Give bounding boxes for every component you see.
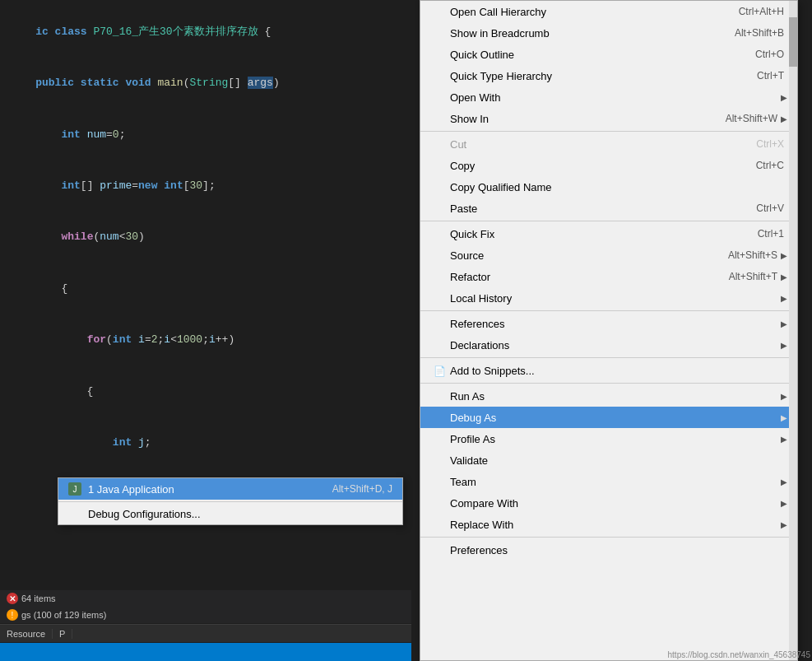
menu-item-replace-with[interactable]: Replace With ▶ <box>420 514 797 535</box>
java-application-shortcut: Alt+Shift+D, J <box>332 483 392 495</box>
java-application-label: 1 Java Application <box>88 483 326 496</box>
menu-item-quick-outline[interactable]: Quick Outline Ctrl+O <box>420 44 797 65</box>
menu-item-declarations[interactable]: Declarations ▶ <box>420 334 797 356</box>
menu-item-local-history[interactable]: Local History ▶ <box>420 287 797 309</box>
scrollbar-thumb[interactable] <box>789 17 797 67</box>
show-in-breadcrumb-shortcut: Alt+Shift+B <box>735 27 784 39</box>
warnings-row: ! gs (100 of 129 items) <box>0 607 411 623</box>
menu-item-open-call-hierarchy[interactable]: Open Call Hierarchy Ctrl+Alt+H <box>420 1 797 22</box>
error-icon: ✕ <box>7 593 18 604</box>
code-editor[interactable]: ic class P70_16_产生30个素数并排序存放 { public st… <box>0 0 411 486</box>
menu-item-paste[interactable]: Paste Ctrl+V <box>420 198 797 219</box>
items-count-row: ✕ 64 items <box>0 590 411 607</box>
add-to-snippets-label: Add to Snippets... <box>450 365 787 377</box>
source-shortcut: Alt+Shift+S <box>728 249 777 261</box>
replace-with-label: Replace With <box>450 519 781 531</box>
context-menu: Open Call Hierarchy Ctrl+Alt+H Show in B… <box>420 0 798 661</box>
declarations-arrow-icon: ▶ <box>781 341 787 350</box>
menu-item-validate[interactable]: Validate <box>420 449 797 471</box>
watermark: https://blog.csdn.net/wanxin_45638745 <box>668 650 810 659</box>
paste-shortcut: Ctrl+V <box>756 202 784 214</box>
show-in-label: Show In <box>450 113 726 125</box>
references-label: References <box>450 318 781 330</box>
code-line-3: int num=0; <box>10 109 401 161</box>
team-arrow-icon: ▶ <box>781 477 787 486</box>
items-count-label: 64 items <box>21 594 56 603</box>
menu-item-show-in-breadcrumb[interactable]: Show in Breadcrumb Alt+Shift+B <box>420 22 797 44</box>
quick-type-hierarchy-label: Quick Type Hierarchy <box>450 70 757 82</box>
menu-item-copy[interactable]: Copy Ctrl+C <box>420 155 797 176</box>
submenu-item-debug-configurations[interactable]: Debug Configurations... <box>58 504 402 524</box>
menu-item-preferences[interactable]: Preferences <box>420 539 797 561</box>
warnings-label: gs (100 of 129 items) <box>21 610 106 620</box>
snippets-icon: 📄 <box>434 365 450 377</box>
debug-as-label: Debug As <box>450 412 781 424</box>
cut-label: Cut <box>450 138 756 151</box>
run-as-label: Run As <box>450 390 781 403</box>
declarations-label: Declarations <box>450 339 781 351</box>
menu-divider-2 <box>420 221 797 221</box>
debug-as-submenu: J 1 Java Application Alt+Shift+D, J Debu… <box>58 477 403 525</box>
quick-type-hierarchy-shortcut: Ctrl+T <box>757 70 784 81</box>
open-call-hierarchy-label: Open Call Hierarchy <box>450 6 739 18</box>
refactor-arrow-icon: ▶ <box>781 272 787 282</box>
menu-divider-3 <box>420 310 797 311</box>
menu-divider-5 <box>420 383 797 384</box>
source-label: Source <box>450 249 728 262</box>
open-with-arrow-icon: ▶ <box>781 93 787 102</box>
code-line-4: int[] prime=new int[30]; <box>10 161 401 212</box>
code-line-5: while(num<30) <box>10 212 401 263</box>
menu-item-debug-as[interactable]: Debug As ▶ <box>420 407 797 428</box>
code-line-2: public static void main(String[] args) <box>10 58 401 109</box>
copy-shortcut: Ctrl+C <box>756 160 784 171</box>
preferences-label: Preferences <box>450 544 787 556</box>
open-call-hierarchy-shortcut: Ctrl+Alt+H <box>739 6 784 17</box>
menu-item-quick-fix[interactable]: Quick Fix Ctrl+1 <box>420 223 797 244</box>
menu-divider-1 <box>420 131 797 132</box>
submenu-divider <box>58 501 402 502</box>
code-line-8: { <box>10 366 401 417</box>
profile-as-arrow-icon: ▶ <box>781 435 787 444</box>
local-history-arrow-icon: ▶ <box>781 294 787 303</box>
java-app-icon: J <box>68 482 81 496</box>
menu-item-show-in[interactable]: Show In Alt+Shift+W ▶ <box>420 108 797 129</box>
code-line-7: for(int i=2;i<1000;i++) <box>10 314 401 365</box>
show-in-shortcut: Alt+Shift+W <box>726 113 777 124</box>
validate-label: Validate <box>450 454 787 467</box>
refactor-shortcut: Alt+Shift+T <box>729 271 777 282</box>
menu-item-refactor[interactable]: Refactor Alt+Shift+T ▶ <box>420 266 797 287</box>
show-in-breadcrumb-label: Show in Breadcrumb <box>450 27 735 40</box>
menu-item-references[interactable]: References ▶ <box>420 313 797 334</box>
code-line-1: ic class P70_16_产生30个素数并排序存放 { <box>10 7 401 58</box>
menu-item-cut[interactable]: Cut Ctrl+X <box>420 133 797 155</box>
scrollbar[interactable] <box>789 1 797 660</box>
menu-item-run-as[interactable]: Run As ▶ <box>420 385 797 407</box>
compare-with-label: Compare With <box>450 497 781 510</box>
menu-divider-6 <box>420 537 797 538</box>
submenu-item-java-application[interactable]: J 1 Java Application Alt+Shift+D, J <box>58 478 402 500</box>
menu-item-compare-with[interactable]: Compare With ▶ <box>420 492 797 514</box>
menu-item-profile-as[interactable]: Profile As ▶ <box>420 428 797 449</box>
paste-label: Paste <box>450 202 756 215</box>
local-history-label: Local History <box>450 292 781 305</box>
copy-qualified-name-label: Copy Qualified Name <box>450 181 787 193</box>
menu-item-source[interactable]: Source Alt+Shift+S ▶ <box>420 244 797 266</box>
warning-icon: ! <box>7 609 18 621</box>
debug-configurations-label: Debug Configurations... <box>88 508 392 520</box>
team-label: Team <box>450 476 781 488</box>
code-line-6: { <box>10 263 401 314</box>
show-in-arrow-icon: ▶ <box>781 114 787 123</box>
menu-item-quick-type-hierarchy[interactable]: Quick Type Hierarchy Ctrl+T <box>420 65 797 86</box>
menu-item-open-with[interactable]: Open With ▶ <box>420 86 797 108</box>
references-arrow-icon: ▶ <box>781 319 787 328</box>
quick-outline-label: Quick Outline <box>450 49 755 61</box>
quick-fix-label: Quick Fix <box>450 228 758 240</box>
open-with-label: Open With <box>450 91 781 104</box>
menu-item-copy-qualified-name[interactable]: Copy Qualified Name <box>420 176 797 198</box>
run-as-arrow-icon: ▶ <box>781 392 787 401</box>
menu-item-add-to-snippets[interactable]: 📄 Add to Snippets... <box>420 360 797 381</box>
compare-with-arrow-icon: ▶ <box>781 499 787 508</box>
debug-as-arrow-icon: ▶ <box>781 413 787 422</box>
table-header: Resource P <box>0 624 411 642</box>
menu-item-team[interactable]: Team ▶ <box>420 471 797 492</box>
